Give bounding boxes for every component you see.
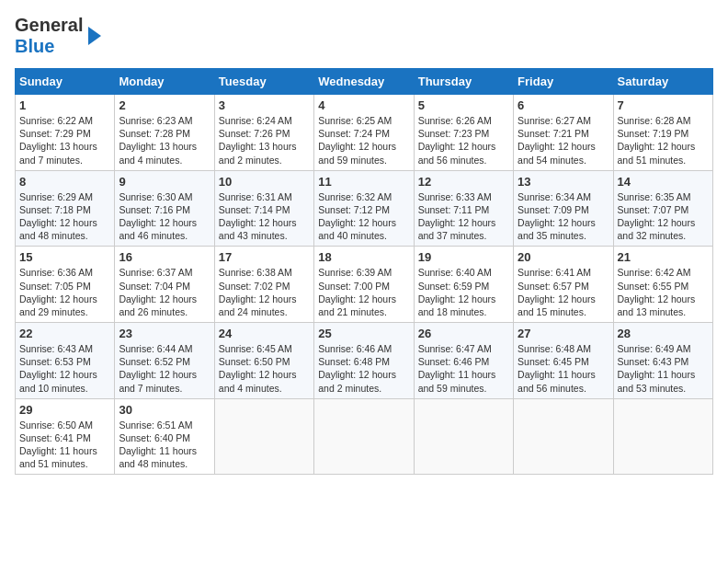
sunrise-text: Sunrise: 6:31 AM — [219, 190, 310, 203]
daylight-text: and 59 minutes. — [418, 382, 509, 395]
daylight-text: and 56 minutes. — [418, 154, 509, 167]
calendar-cell: 22Sunrise: 6:43 AMSunset: 6:53 PMDayligh… — [16, 323, 115, 399]
daylight-text: Daylight: 11 hours — [418, 368, 509, 381]
daylight-text: Daylight: 12 hours — [119, 368, 210, 381]
sunset-text: Sunset: 7:21 PM — [518, 127, 609, 140]
daylight-text: and 10 minutes. — [19, 382, 110, 395]
sunrise-text: Sunrise: 6:29 AM — [19, 190, 110, 203]
calendar-cell: 15Sunrise: 6:36 AMSunset: 7:05 PMDayligh… — [16, 247, 115, 323]
day-number: 21 — [618, 250, 709, 264]
daylight-text: and 54 minutes. — [518, 154, 609, 167]
calendar-cell: 3Sunrise: 6:24 AMSunset: 7:26 PMDaylight… — [214, 95, 313, 171]
daylight-text: Daylight: 12 hours — [518, 140, 609, 153]
day-number: 11 — [318, 175, 409, 189]
sunrise-text: Sunrise: 6:47 AM — [418, 342, 509, 355]
sunrise-text: Sunrise: 6:28 AM — [618, 114, 709, 127]
daylight-text: and 4 minutes. — [119, 154, 210, 167]
daylight-text: and 56 minutes. — [518, 382, 609, 395]
day-number: 4 — [318, 98, 409, 112]
daylight-text: and 24 minutes. — [219, 305, 310, 318]
sunset-text: Sunset: 6:55 PM — [618, 280, 709, 293]
sunset-text: Sunset: 6:50 PM — [219, 355, 310, 368]
day-number: 24 — [219, 327, 310, 340]
daylight-text: Daylight: 12 hours — [318, 140, 409, 153]
sunrise-text: Sunrise: 6:30 AM — [119, 190, 210, 203]
sunrise-text: Sunrise: 6:23 AM — [119, 114, 210, 127]
header-wednesday: Wednesday — [314, 69, 414, 95]
sunrise-text: Sunrise: 6:46 AM — [318, 342, 409, 355]
daylight-text: and 59 minutes. — [318, 154, 409, 167]
daylight-text: Daylight: 11 hours — [119, 444, 210, 457]
sunrise-text: Sunrise: 6:32 AM — [318, 190, 409, 203]
day-number: 2 — [119, 98, 210, 112]
day-number: 17 — [219, 250, 310, 264]
daylight-text: and 29 minutes. — [19, 305, 110, 318]
daylight-text: and 7 minutes. — [119, 382, 210, 395]
sunset-text: Sunset: 6:41 PM — [19, 431, 110, 444]
calendar-cell — [314, 398, 414, 475]
sunset-text: Sunset: 7:02 PM — [219, 280, 310, 293]
sunrise-text: Sunrise: 6:36 AM — [19, 266, 110, 279]
day-number: 23 — [119, 327, 210, 340]
sunset-text: Sunset: 7:07 PM — [618, 203, 709, 216]
daylight-text: Daylight: 11 hours — [518, 368, 609, 381]
daylight-text: and 53 minutes. — [618, 382, 709, 395]
calendar-cell: 28Sunrise: 6:49 AMSunset: 6:43 PMDayligh… — [613, 323, 712, 399]
sunset-text: Sunset: 6:59 PM — [418, 280, 509, 293]
daylight-text: and 43 minutes. — [219, 229, 310, 242]
day-number: 27 — [518, 327, 609, 340]
sunrise-text: Sunrise: 6:50 AM — [19, 419, 110, 431]
calendar-cell: 4Sunrise: 6:25 AMSunset: 7:24 PMDaylight… — [314, 95, 414, 171]
daylight-text: and 37 minutes. — [418, 229, 509, 242]
sunrise-text: Sunrise: 6:26 AM — [418, 114, 509, 127]
daylight-text: Daylight: 11 hours — [19, 444, 110, 457]
daylight-text: and 7 minutes. — [19, 154, 110, 167]
sunset-text: Sunset: 6:43 PM — [618, 355, 709, 368]
sunrise-text: Sunrise: 6:38 AM — [219, 266, 310, 279]
sunset-text: Sunset: 7:04 PM — [119, 280, 210, 293]
day-number: 8 — [19, 175, 110, 189]
calendar-cell: 1Sunrise: 6:22 AMSunset: 7:29 PMDaylight… — [16, 95, 115, 171]
calendar-cell: 29Sunrise: 6:50 AMSunset: 6:41 PMDayligh… — [16, 398, 115, 475]
sunrise-text: Sunrise: 6:34 AM — [518, 190, 609, 203]
daylight-text: and 35 minutes. — [518, 229, 609, 242]
calendar-cell: 18Sunrise: 6:39 AMSunset: 7:00 PMDayligh… — [314, 247, 414, 323]
daylight-text: Daylight: 12 hours — [418, 293, 509, 305]
daylight-text: and 48 minutes. — [19, 229, 110, 242]
daylight-text: and 51 minutes. — [618, 154, 709, 167]
header-saturday: Saturday — [613, 69, 712, 95]
daylight-text: and 48 minutes. — [119, 457, 210, 470]
calendar-cell: 26Sunrise: 6:47 AMSunset: 6:46 PMDayligh… — [414, 323, 513, 399]
sunrise-text: Sunrise: 6:48 AM — [518, 342, 609, 355]
daylight-text: and 32 minutes. — [618, 229, 709, 242]
calendar-cell: 16Sunrise: 6:37 AMSunset: 7:04 PMDayligh… — [115, 247, 214, 323]
header-friday: Friday — [514, 69, 613, 95]
sunset-text: Sunset: 6:48 PM — [318, 355, 409, 368]
sunset-text: Sunset: 7:28 PM — [119, 127, 210, 140]
daylight-text: and 15 minutes. — [518, 305, 609, 318]
day-number: 3 — [219, 98, 310, 112]
daylight-text: and 26 minutes. — [119, 305, 210, 318]
calendar-cell: 8Sunrise: 6:29 AMSunset: 7:18 PMDaylight… — [16, 170, 115, 247]
day-number: 25 — [318, 327, 409, 340]
day-number: 9 — [119, 175, 210, 189]
daylight-text: and 21 minutes. — [318, 305, 409, 318]
calendar-cell: 20Sunrise: 6:41 AMSunset: 6:57 PMDayligh… — [514, 247, 613, 323]
day-number: 15 — [19, 250, 110, 264]
day-number: 14 — [618, 175, 709, 189]
sunset-text: Sunset: 7:18 PM — [19, 203, 110, 216]
calendar-cell: 5Sunrise: 6:26 AMSunset: 7:23 PMDaylight… — [414, 95, 513, 171]
calendar-cell: 19Sunrise: 6:40 AMSunset: 6:59 PMDayligh… — [414, 247, 513, 323]
calendar-cell: 24Sunrise: 6:45 AMSunset: 6:50 PMDayligh… — [214, 323, 313, 399]
sunrise-text: Sunrise: 6:45 AM — [219, 342, 310, 355]
daylight-text: Daylight: 12 hours — [119, 216, 210, 229]
daylight-text: Daylight: 12 hours — [518, 293, 609, 305]
sunset-text: Sunset: 7:19 PM — [618, 127, 709, 140]
calendar-cell: 9Sunrise: 6:30 AMSunset: 7:16 PMDaylight… — [115, 170, 214, 247]
daylight-text: and 2 minutes. — [318, 382, 409, 395]
daylight-text: Daylight: 12 hours — [19, 216, 110, 229]
daylight-text: Daylight: 13 hours — [119, 140, 210, 153]
sunset-text: Sunset: 6:53 PM — [19, 355, 110, 368]
daylight-text: Daylight: 12 hours — [219, 216, 310, 229]
calendar-cell: 7Sunrise: 6:28 AMSunset: 7:19 PMDaylight… — [613, 95, 712, 171]
